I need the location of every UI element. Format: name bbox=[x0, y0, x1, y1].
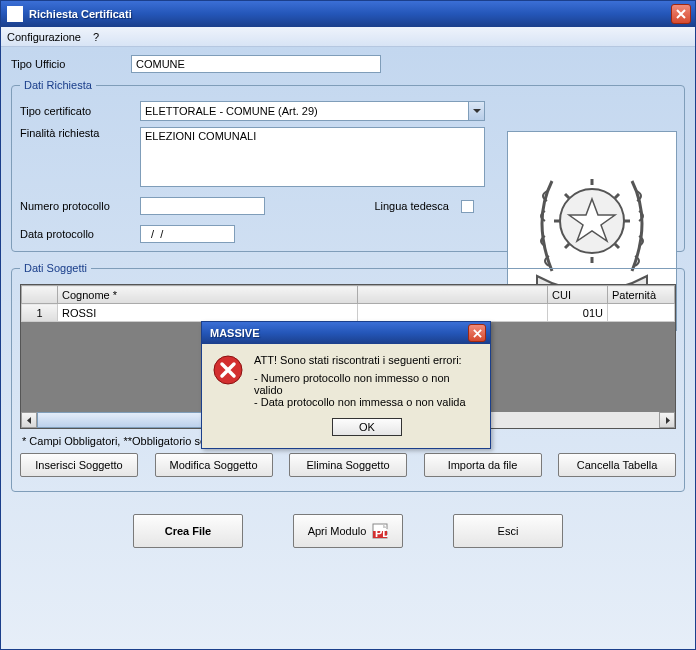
numero-protocollo-label: Numero protocollo bbox=[20, 200, 140, 212]
dati-soggetti-legend: Dati Soggetti bbox=[20, 262, 91, 274]
crea-file-button[interactable]: Crea File bbox=[133, 514, 243, 548]
modifica-soggetto-button[interactable]: Modifica Soggetto bbox=[155, 453, 273, 477]
svg-marker-13 bbox=[666, 417, 670, 424]
soggetti-table: Cognome * CUI Paternità 1 ROSSI 01U bbox=[21, 285, 675, 322]
finalita-label: Finalità richiesta bbox=[20, 127, 140, 139]
data-protocollo-label: Data protocollo bbox=[20, 228, 140, 240]
tipo-certificato-value: ELETTORALE - COMUNE (Art. 29) bbox=[145, 105, 468, 117]
cell-cognome[interactable]: ROSSI bbox=[58, 304, 358, 322]
col-hidden bbox=[358, 286, 548, 304]
col-rownum bbox=[22, 286, 58, 304]
chevron-left-icon bbox=[26, 417, 33, 424]
dialog-close-button[interactable] bbox=[468, 324, 486, 342]
dialog-error-1: - Numero protocollo non immesso o non va… bbox=[254, 372, 480, 396]
content-area: Tipo Ufficio Dati Richiesta Tipo certifi… bbox=[1, 47, 695, 649]
apri-modulo-button[interactable]: Apri Modulo PDF bbox=[293, 514, 403, 548]
menu-help[interactable]: ? bbox=[93, 31, 99, 43]
importa-da-file-button[interactable]: Importa da file bbox=[424, 453, 542, 477]
menubar: Configurazione ? bbox=[1, 27, 695, 47]
window-close-button[interactable] bbox=[671, 4, 691, 24]
finalita-input[interactable] bbox=[140, 127, 485, 187]
table-header-row: Cognome * CUI Paternità bbox=[22, 286, 675, 304]
main-window: Richiesta Certificati Configurazione ? T… bbox=[0, 0, 696, 650]
svg-line-6 bbox=[615, 244, 619, 248]
col-cui[interactable]: CUI bbox=[548, 286, 608, 304]
cell-hidden bbox=[358, 304, 548, 322]
chevron-right-icon bbox=[664, 417, 671, 424]
tipo-ufficio-label: Tipo Ufficio bbox=[11, 58, 131, 70]
elimina-soggetto-button[interactable]: Elimina Soggetto bbox=[289, 453, 407, 477]
dialog-error-2: - Data protocollo non immessa o non vali… bbox=[254, 396, 480, 408]
cell-paternita[interactable] bbox=[608, 304, 675, 322]
col-paternita[interactable]: Paternità bbox=[608, 286, 675, 304]
tipo-certificato-dropdown[interactable]: ELETTORALE - COMUNE (Art. 29) bbox=[140, 101, 485, 121]
table-row[interactable]: 1 ROSSI 01U bbox=[22, 304, 675, 322]
dialog-title: MASSIVE bbox=[210, 327, 468, 339]
tipo-ufficio-input[interactable] bbox=[131, 55, 381, 73]
menu-configurazione[interactable]: Configurazione bbox=[7, 31, 81, 43]
chevron-down-icon[interactable] bbox=[468, 102, 484, 120]
dialog-titlebar: MASSIVE bbox=[202, 322, 490, 344]
svg-line-8 bbox=[615, 194, 619, 198]
app-icon bbox=[7, 6, 23, 22]
cell-cui[interactable]: 01U bbox=[548, 304, 608, 322]
svg-text:PDF: PDF bbox=[375, 527, 388, 539]
svg-line-5 bbox=[565, 194, 569, 198]
col-cognome[interactable]: Cognome * bbox=[58, 286, 358, 304]
lingua-tedesca-checkbox[interactable] bbox=[461, 200, 474, 213]
tipo-certificato-label: Tipo certificato bbox=[20, 105, 140, 117]
lingua-tedesca-label: Lingua tedesca bbox=[374, 200, 449, 212]
inserisci-soggetto-button[interactable]: Inserisci Soggetto bbox=[20, 453, 138, 477]
numero-protocollo-input[interactable] bbox=[140, 197, 265, 215]
apri-modulo-label: Apri Modulo bbox=[308, 525, 367, 537]
svg-marker-12 bbox=[27, 417, 31, 424]
scroll-right-button[interactable] bbox=[659, 412, 675, 428]
error-dialog: MASSIVE ATT! Sono stati riscontrati i se… bbox=[201, 321, 491, 449]
close-icon bbox=[676, 9, 686, 19]
error-icon bbox=[212, 354, 244, 386]
titlebar: Richiesta Certificati bbox=[1, 1, 695, 27]
dialog-text: ATT! Sono stati riscontrati i seguenti e… bbox=[254, 354, 480, 436]
close-icon bbox=[473, 329, 482, 338]
esci-button[interactable]: Esci bbox=[453, 514, 563, 548]
svg-line-7 bbox=[565, 244, 569, 248]
dialog-heading: ATT! Sono stati riscontrati i seguenti e… bbox=[254, 354, 480, 366]
window-title: Richiesta Certificati bbox=[29, 8, 671, 20]
pdf-icon: PDF bbox=[372, 523, 388, 539]
cell-rownum: 1 bbox=[22, 304, 58, 322]
dialog-ok-button[interactable]: OK bbox=[332, 418, 402, 436]
scroll-left-button[interactable] bbox=[21, 412, 37, 428]
cancella-tabella-button[interactable]: Cancella Tabella bbox=[558, 453, 676, 477]
dati-richiesta-legend: Dati Richiesta bbox=[20, 79, 96, 91]
data-protocollo-input[interactable] bbox=[140, 225, 235, 243]
